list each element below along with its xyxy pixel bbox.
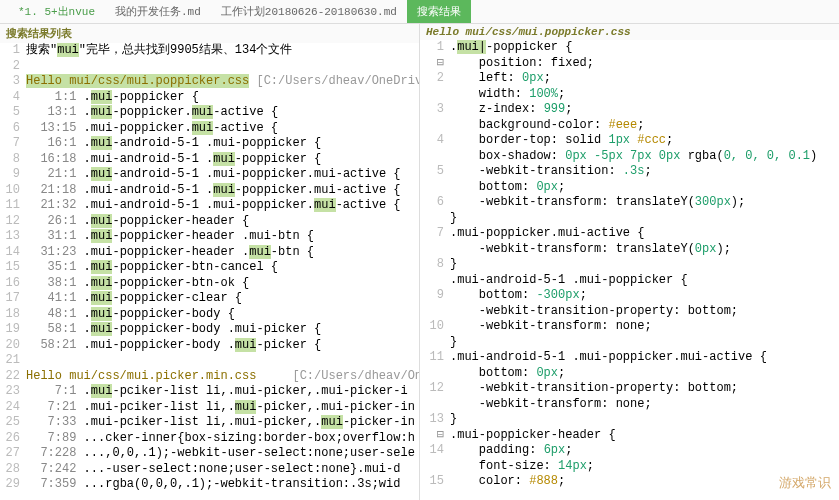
tab[interactable]: 我的开发任务.md [105,0,211,23]
gutter-right: 1 ⊟2 3 4 5 6 7 8 9 10 11 12 13 ⊟14 15 16… [420,40,450,500]
tab[interactable]: *1. 5+出nvue [8,0,105,23]
search-results-pane: 搜索结果列表 1 2 3 4 5 6 7 8 9 10 11 12 13 14 … [0,24,420,500]
tab[interactable]: 工作计划20180626-20180630.md [211,0,407,23]
code-left[interactable]: 搜索"mui"完毕，总共找到9905结果、134个文件 Hello mui/cs… [26,43,419,493]
file-preview-code[interactable]: 1 ⊟2 3 4 5 6 7 8 9 10 11 12 13 ⊟14 15 16… [420,40,839,500]
tab-bar: *1. 5+出nvue我的开发任务.md工作计划20180626-2018063… [0,0,839,24]
gutter-left: 1 2 3 4 5 6 7 8 9 10 11 12 13 14 15 16 1… [0,43,26,493]
split-container: 搜索结果列表 1 2 3 4 5 6 7 8 9 10 11 12 13 14 … [0,24,839,500]
tab[interactable]: 搜索结果 [407,0,471,23]
search-results-header: 搜索结果列表 [0,24,419,43]
watermark: 游戏常识 [779,474,831,492]
file-preview-header: Hello mui/css/mui.poppicker.css [420,24,839,40]
code-right[interactable]: .mui|-poppicker { position: fixed; left:… [450,40,839,500]
search-results-code[interactable]: 1 2 3 4 5 6 7 8 9 10 11 12 13 14 15 16 1… [0,43,419,493]
file-preview-pane: Hello mui/css/mui.poppicker.css 1 ⊟2 3 4… [420,24,839,500]
